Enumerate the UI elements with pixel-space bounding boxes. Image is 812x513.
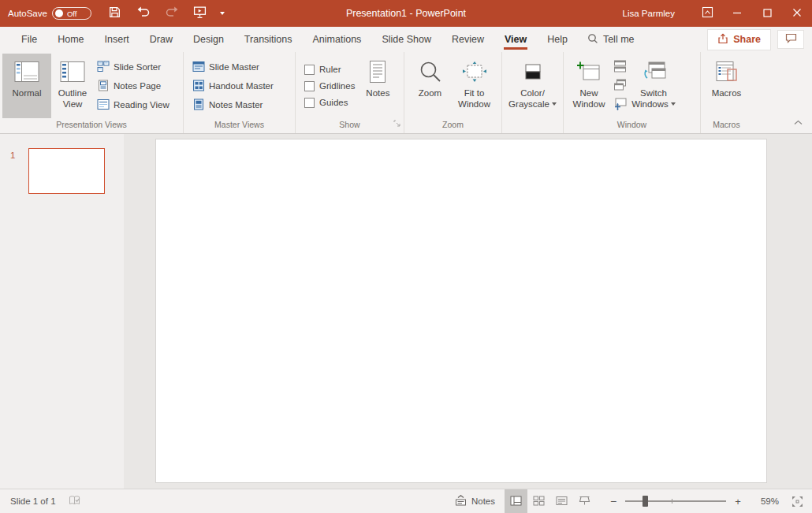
save-icon [108, 6, 121, 22]
show-dialog-launcher[interactable] [393, 117, 400, 131]
comments-button[interactable] [777, 30, 804, 49]
zoom-percentage[interactable]: 59% [751, 496, 779, 506]
move-split-button[interactable] [613, 98, 627, 112]
tab-animations[interactable]: Animations [303, 27, 372, 52]
zoom-slider[interactable] [625, 500, 726, 502]
tab-transitions[interactable]: Transitions [234, 27, 303, 52]
switch-windows-label: Switch Windows [630, 88, 677, 110]
handout-master-button[interactable]: Handout Master [192, 80, 274, 93]
collapse-ribbon-button[interactable] [794, 52, 812, 133]
slide-sorter-icon [97, 61, 110, 74]
slide-thumbnail-panel[interactable]: 1 [0, 134, 124, 489]
notes-page-icon [97, 80, 110, 93]
chevron-up-icon [794, 114, 803, 128]
fit-slide-to-window-button[interactable] [785, 496, 809, 507]
statusbar-slide-show-icon [579, 496, 590, 507]
group-label-show: Show [296, 118, 404, 133]
redo-icon [165, 6, 179, 21]
start-slideshow-button[interactable] [186, 3, 214, 24]
normal-view-button[interactable]: Normal [2, 54, 51, 118]
arrange-all-button[interactable] [613, 60, 627, 74]
slide-master-button[interactable]: Slide Master [192, 61, 274, 74]
slide-sorter-button[interactable]: Slide Sorter [97, 61, 169, 74]
maximize-button[interactable] [752, 0, 782, 27]
switch-windows-button[interactable]: Switch Windows [628, 54, 679, 118]
chevron-down-icon [671, 102, 676, 106]
tell-me-search[interactable]: Tell me [578, 27, 644, 52]
slide-thumbnail[interactable] [28, 148, 105, 194]
fit-to-window-icon [461, 58, 488, 85]
macros-button[interactable]: Macros [705, 54, 749, 118]
tab-slide-show[interactable]: Slide Show [371, 27, 441, 52]
zoom-in-button[interactable]: + [732, 496, 744, 507]
gridlines-checkbox-row[interactable]: Gridlines [304, 81, 355, 91]
gridlines-checkbox[interactable] [304, 81, 315, 91]
cascade-windows-button[interactable] [613, 79, 627, 93]
statusbar-normal-view-button[interactable] [505, 489, 527, 513]
fit-to-window-button[interactable]: Fit to Window [452, 54, 497, 118]
minimize-icon [732, 6, 742, 20]
notes-master-button[interactable]: Notes Master [192, 99, 274, 112]
tab-design[interactable]: Design [183, 27, 234, 52]
notes-toggle-button[interactable]: Notes [445, 489, 505, 513]
save-button[interactable] [101, 3, 129, 24]
group-label-window: Window [564, 118, 700, 133]
guides-checkbox-row[interactable]: Guides [304, 98, 355, 108]
account-user-name[interactable]: Lisa Parmley [623, 9, 675, 18]
share-icon [717, 33, 728, 46]
statusbar-slide-sorter-button[interactable] [527, 489, 550, 513]
slide-master-icon [192, 61, 205, 74]
tab-home[interactable]: Home [47, 27, 94, 52]
statusbar-reading-view-button[interactable] [550, 489, 573, 513]
guides-checkbox[interactable] [304, 98, 315, 108]
outline-view-icon [60, 58, 85, 85]
outline-view-button[interactable]: Outline View [51, 54, 94, 118]
ruler-checkbox[interactable] [304, 65, 315, 75]
notes-page-button[interactable]: Notes Page [97, 80, 169, 93]
tab-view[interactable]: View [494, 27, 537, 52]
statusbar-slide-sorter-icon [533, 496, 545, 507]
group-show: Ruler Gridlines Guides Notes [295, 52, 404, 133]
minimize-button[interactable] [722, 0, 752, 27]
zoom-out-button[interactable]: − [607, 495, 620, 507]
reading-view-label: Reading View [114, 100, 169, 110]
reading-view-icon [97, 99, 110, 112]
tab-review[interactable]: Review [441, 27, 494, 52]
statusbar-slide-show-button[interactable] [573, 489, 596, 513]
zoom-icon [419, 58, 442, 85]
slide-canvas[interactable] [155, 139, 767, 483]
redo-button [158, 3, 186, 24]
reading-view-button[interactable]: Reading View [97, 99, 169, 112]
customize-qat-button[interactable] [214, 3, 230, 24]
new-window-label: New Window [568, 88, 609, 110]
undo-button[interactable] [129, 3, 158, 24]
gridlines-label: Gridlines [319, 81, 355, 91]
share-button[interactable]: Share [707, 29, 771, 50]
ruler-checkbox-row[interactable]: Ruler [304, 65, 355, 75]
comment-icon [785, 32, 797, 46]
autosave-toggle[interactable]: AutoSave Off [8, 7, 91, 20]
zoom-button[interactable]: Zoom [409, 54, 452, 118]
new-window-button[interactable]: New Window [566, 54, 612, 118]
title-bar: AutoSave Off [0, 0, 812, 27]
autosave-switch[interactable]: Off [52, 7, 91, 20]
color-grayscale-button[interactable]: Color/ Grayscale [506, 54, 560, 118]
zoom-label: Zoom [419, 88, 441, 99]
notes-master-icon [192, 99, 205, 112]
close-button[interactable] [782, 0, 812, 27]
proofing-status-icon[interactable] [69, 495, 80, 507]
tab-draw[interactable]: Draw [140, 27, 183, 52]
notes-button[interactable]: Notes [359, 54, 396, 118]
tab-help[interactable]: Help [537, 27, 578, 52]
tab-file[interactable]: File [11, 27, 47, 52]
ruler-label: Ruler [319, 65, 341, 74]
group-color-grayscale: Color/ Grayscale [501, 52, 563, 133]
zoom-slider-tick [672, 499, 672, 504]
guides-label: Guides [319, 98, 348, 107]
tab-insert[interactable]: Insert [95, 27, 140, 52]
notes-label: Notes [366, 88, 389, 99]
group-macros: Macros Macros [700, 52, 752, 133]
slide-master-label: Slide Master [209, 62, 259, 72]
ribbon-display-options-button[interactable] [692, 0, 722, 27]
zoom-slider-thumb[interactable] [643, 496, 648, 507]
